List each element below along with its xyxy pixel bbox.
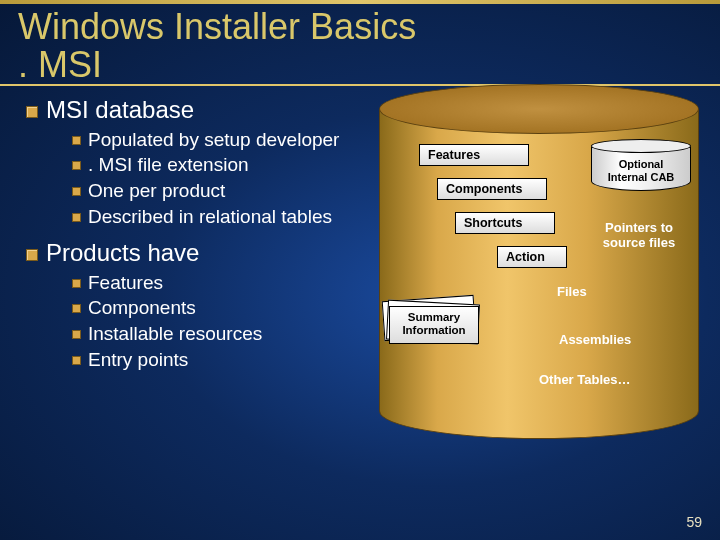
box-shortcuts: Shortcuts (455, 212, 555, 234)
sub-bullet: Populated by setup developer (72, 128, 359, 152)
box-components: Components (437, 178, 547, 200)
cylinder-top (379, 84, 699, 134)
slide-title: Windows Installer Basics . MSI (0, 0, 720, 86)
mini-cyl-top (591, 139, 691, 153)
box-features: Features (419, 144, 529, 166)
bullet-panel: MSI database Populated by setup develope… (14, 92, 359, 532)
title-line-2: . MSI (18, 44, 102, 85)
summary-line2: Information (402, 324, 465, 336)
mini-cyl-body: Optional Internal CAB (591, 147, 691, 191)
sub-bullet: Installable resources (72, 322, 359, 346)
optional-line2: Internal CAB (608, 171, 675, 184)
label-pointers: Pointers to source files (589, 220, 689, 251)
title-line-1: Windows Installer Basics (18, 6, 416, 47)
slide-number: 59 (686, 514, 702, 530)
sub-bullet: Features (72, 271, 359, 295)
bullet-h2-text: Products have (46, 239, 199, 266)
sub-bullet: Entry points (72, 348, 359, 372)
content-area: MSI database Populated by setup develope… (0, 92, 720, 532)
sub-bullet: . MSI file extension (72, 153, 359, 177)
label-other-tables: Other Tables… (539, 372, 631, 387)
sub-bullet: Described in relational tables (72, 205, 359, 229)
database-cylinder: Features Components Shortcuts Action Sum… (379, 84, 699, 464)
summary-line1: Summary (408, 311, 460, 323)
bullet-products-have: Products have Features Components Instal… (26, 239, 359, 372)
optional-line1: Optional (619, 158, 664, 171)
sub-bullet: One per product (72, 179, 359, 203)
label-files: Files (557, 284, 587, 299)
bullet-h1-text: MSI database (46, 96, 194, 123)
box-action: Action (497, 246, 567, 268)
pointers-line2: source files (603, 235, 675, 250)
accent-bar (0, 0, 720, 4)
diagram-panel: Features Components Shortcuts Action Sum… (359, 92, 706, 532)
bullet-msi-database: MSI database Populated by setup develope… (26, 96, 359, 229)
label-assemblies: Assemblies (559, 332, 631, 347)
internal-cab-cylinder: Optional Internal CAB (591, 139, 691, 191)
sub-bullet: Components (72, 296, 359, 320)
box-summary-information: Summary Information (389, 306, 479, 344)
pointers-line1: Pointers to (605, 220, 673, 235)
